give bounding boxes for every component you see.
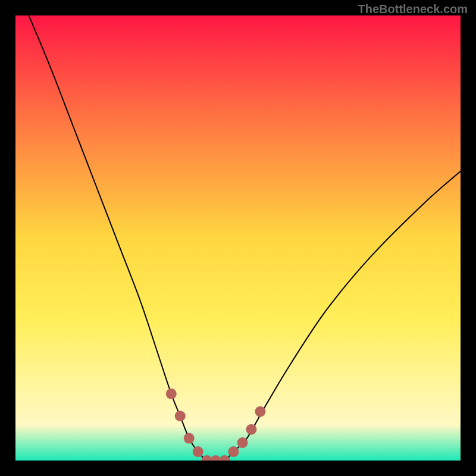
curve-dot	[166, 389, 177, 399]
plot-background	[15, 15, 461, 461]
chart-container: TheBottleneck.com	[0, 0, 476, 476]
curve-dot	[184, 433, 195, 444]
curve-dot	[228, 446, 239, 457]
watermark-text: TheBottleneck.com	[358, 2, 468, 16]
curve-dot	[175, 411, 186, 421]
curve-dot	[237, 437, 248, 448]
curve-dot	[246, 424, 256, 435]
curve-dot	[255, 406, 265, 417]
curve-dot	[193, 446, 203, 457]
bottleneck-chart	[0, 0, 476, 476]
